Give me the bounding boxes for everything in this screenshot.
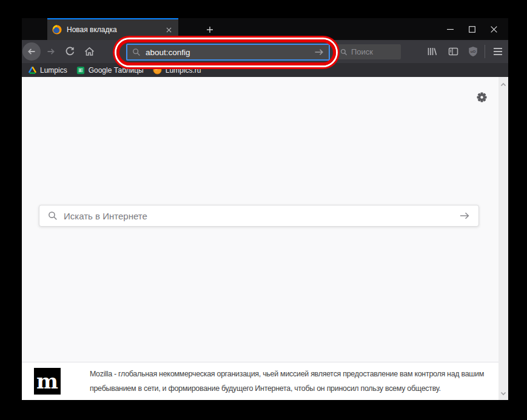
library-icon xyxy=(427,47,437,56)
gear-icon xyxy=(477,92,487,102)
lumpics-icon xyxy=(153,65,162,75)
address-input[interactable] xyxy=(146,48,314,57)
sidebar-icon xyxy=(448,47,458,56)
toolbar-search[interactable] xyxy=(337,44,401,59)
bookmark-lumpics[interactable]: Lumpics xyxy=(27,64,69,76)
minimize-button[interactable] xyxy=(439,22,461,36)
reload-button[interactable] xyxy=(61,43,78,60)
new-tab-button[interactable] xyxy=(201,22,218,37)
scroll-down-icon[interactable] xyxy=(500,390,506,396)
ublock-button[interactable]: uO xyxy=(465,43,482,60)
back-arrow-icon xyxy=(27,47,36,56)
google-drive-icon xyxy=(28,66,36,74)
tab-title: Новая вкладка xyxy=(67,25,160,34)
hamburger-icon xyxy=(493,47,503,56)
search-icon xyxy=(48,211,58,221)
home-icon xyxy=(84,47,95,56)
toolbar-search-input[interactable] xyxy=(351,47,397,56)
ublock-shield-icon: uO xyxy=(468,46,478,57)
new-tab-page: m Mozilla - глобальная некоммерческая ор… xyxy=(22,77,508,400)
search-submit-arrow-icon[interactable] xyxy=(459,211,470,221)
go-arrow-icon[interactable] xyxy=(314,48,324,56)
toolbar-divider xyxy=(485,45,485,58)
page-search-bar[interactable] xyxy=(39,205,479,227)
nav-toolbar: uO xyxy=(22,40,508,63)
address-bar[interactable] xyxy=(126,44,330,61)
bookmarks-bar: Lumpics Google Таблицы Lumpics.ru xyxy=(22,63,508,77)
browser-window: Новая вкладка xyxy=(22,18,508,400)
reload-icon xyxy=(65,47,75,56)
sidebar-button[interactable] xyxy=(445,43,462,60)
scrollbar[interactable] xyxy=(498,77,508,400)
google-sheets-icon xyxy=(76,66,85,75)
library-button[interactable] xyxy=(423,43,440,60)
window-controls xyxy=(439,22,505,36)
mozilla-logo-letter: m xyxy=(36,371,58,392)
bookmark-label: Google Таблицы xyxy=(89,66,144,75)
firefox-icon xyxy=(52,25,62,35)
tab-new-tab[interactable]: Новая вкладка xyxy=(47,18,178,40)
forward-button[interactable] xyxy=(42,43,59,60)
mozilla-footer: m Mozilla - глобальная некоммерческая ор… xyxy=(22,362,498,400)
titlebar: Новая вкладка xyxy=(22,18,508,40)
scroll-up-icon[interactable] xyxy=(500,82,506,88)
bookmark-label: Lumpics xyxy=(40,66,67,75)
back-button[interactable] xyxy=(22,42,41,61)
page-settings-button[interactable] xyxy=(477,92,487,102)
bookmark-label: Lumpics.ru xyxy=(166,66,201,75)
close-window-button[interactable] xyxy=(483,22,505,36)
bookmark-lumpics-ru[interactable]: Lumpics.ru xyxy=(152,64,203,76)
tab-close-icon[interactable] xyxy=(163,24,175,36)
search-icon xyxy=(132,48,141,56)
home-button[interactable] xyxy=(81,43,98,60)
maximize-button[interactable] xyxy=(461,22,483,36)
search-icon xyxy=(340,48,347,56)
menu-button[interactable] xyxy=(489,43,506,60)
mozilla-logo[interactable]: m xyxy=(34,368,61,395)
page-search-input[interactable] xyxy=(64,211,459,221)
forward-arrow-icon xyxy=(46,47,56,56)
ublock-badge-text: uO xyxy=(471,49,476,53)
bookmark-google-sheets[interactable]: Google Таблицы xyxy=(75,64,145,76)
mozilla-footer-text: Mozilla - глобальная некоммерческая орга… xyxy=(90,367,498,396)
